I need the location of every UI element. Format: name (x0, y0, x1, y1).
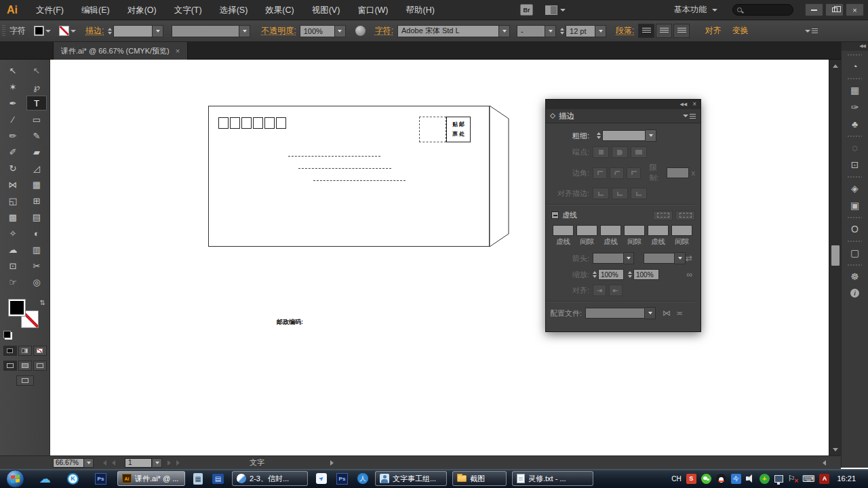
mesh-tool[interactable]: ▩ (3, 209, 23, 224)
link-scales-icon[interactable]: ∞ (686, 270, 692, 279)
rotate-tool[interactable]: ↻ (3, 161, 23, 176)
task-wenzi-group[interactable]: 文字事工组... (375, 471, 447, 486)
font-size-stepper[interactable] (560, 28, 564, 35)
person-app-icon[interactable]: 人 (357, 473, 368, 484)
menu-object[interactable]: 对象(O) (119, 0, 165, 20)
restore-button[interactable] (825, 3, 844, 16)
align-arrow-tip-button[interactable]: ⇥ (593, 285, 606, 296)
postal-box[interactable] (253, 117, 263, 129)
dock-grip[interactable] (848, 176, 862, 178)
dash-value-2[interactable] (600, 225, 621, 236)
control-panel-menu-icon[interactable] (805, 28, 818, 33)
draw-normal-button[interactable] (3, 361, 17, 371)
column-graph-tool[interactable]: ▥ (26, 242, 47, 257)
address-line-3[interactable] (313, 180, 406, 181)
stamp-label-box[interactable]: 贴 邮 票 处 (446, 117, 471, 142)
arrange-documents-icon[interactable] (545, 5, 557, 15)
navigator-icon[interactable]: ☸ (842, 268, 868, 285)
type-tool[interactable]: T (26, 96, 47, 110)
shape-builder-tool[interactable]: ◱ (3, 193, 23, 208)
paragraph-link[interactable]: 段落: (616, 25, 634, 37)
stamp-dashed-box[interactable] (419, 117, 446, 142)
miter-join-button[interactable] (593, 167, 607, 179)
direct-selection-tool[interactable]: ↖ (26, 63, 47, 78)
stroke-weight-arrow-icon[interactable] (153, 25, 163, 37)
stroke-arrow-icon[interactable] (71, 30, 76, 33)
appearance-icon[interactable]: O (842, 220, 868, 237)
round-cap-button[interactable] (612, 146, 628, 158)
artboards-icon[interactable]: ▣ (842, 197, 868, 214)
vertical-scroll-thumb[interactable] (831, 245, 840, 266)
postal-code-boxes[interactable] (218, 117, 286, 129)
scroll-right-icon[interactable] (330, 460, 334, 466)
transform-panel-link[interactable]: 变换 (732, 25, 748, 37)
next-artboard-icon[interactable] (167, 460, 171, 466)
menu-select[interactable]: 选择(S) (211, 0, 257, 20)
volume-icon[interactable] (746, 474, 755, 483)
align-stroke-outside-button[interactable] (631, 188, 647, 199)
k-player-icon[interactable]: K (67, 473, 79, 485)
qq-icon[interactable] (716, 474, 726, 484)
font-size-value[interactable]: 12 pt (566, 25, 595, 37)
first-artboard-icon[interactable] (103, 460, 106, 466)
clock[interactable]: 16:21 (837, 474, 856, 483)
scale-tool[interactable]: ◿ (26, 161, 47, 176)
eraser-tool[interactable]: ▰ (26, 144, 47, 159)
postal-box[interactable] (230, 117, 240, 129)
pen-tool[interactable]: ✒ (3, 96, 23, 110)
language-indicator[interactable]: CH (671, 475, 681, 483)
gap-value-1[interactable] (576, 225, 597, 236)
arrowhead-end-select[interactable] (644, 253, 675, 264)
address-line-1[interactable] (288, 156, 380, 157)
media-player-icon[interactable]: ▤ (212, 474, 224, 484)
projecting-cap-button[interactable] (631, 146, 647, 158)
photoshop-icon-2[interactable]: Ps (336, 473, 348, 485)
align-stroke-inside-button[interactable] (612, 188, 628, 199)
weight-arrow-icon[interactable] (646, 129, 656, 142)
dock-grip[interactable] (848, 241, 862, 242)
zoom-tool[interactable]: ◎ (26, 274, 47, 289)
fill-arrow-icon[interactable] (45, 30, 51, 33)
free-transform-tool[interactable]: ▦ (26, 177, 47, 192)
limit-value[interactable] (667, 167, 688, 178)
zoom-arrow-icon[interactable] (84, 458, 94, 468)
collapse-panel-icon[interactable]: ◀◀ (679, 102, 687, 107)
align-arrow-end-button[interactable]: ⇤ (609, 285, 623, 296)
align-stroke-center-button[interactable] (593, 188, 609, 199)
photoshop-icon[interactable]: Ps (95, 473, 106, 485)
stroke-tab[interactable]: 描边 (559, 111, 574, 121)
artboard-number-value[interactable]: 1 (125, 458, 152, 468)
canvas[interactable]: 贴 邮 票 处 邮政编码: (50, 60, 829, 455)
scale-start-value[interactable]: 100% (598, 269, 624, 280)
flip-along-icon[interactable]: ⋈ (663, 308, 671, 318)
vertical-scrollbar[interactable] (829, 60, 841, 455)
align-dash-button[interactable] (675, 211, 695, 220)
fill-color-swatch[interactable] (34, 26, 44, 36)
profile-arrow-icon[interactable] (645, 307, 656, 319)
bridge-button[interactable]: Br (520, 4, 533, 16)
artboard-frame-icon[interactable]: ▢ (842, 244, 868, 261)
expand-panels-icon[interactable]: ◀◀ (842, 42, 868, 51)
close-panel-icon[interactable]: × (692, 101, 696, 108)
symbol-sprayer-tool[interactable]: ☁ (3, 242, 23, 257)
menu-type[interactable]: 文字(T) (165, 0, 211, 20)
minimize-button[interactable] (805, 3, 823, 16)
bevel-join-button[interactable] (627, 167, 641, 179)
postal-box[interactable] (264, 117, 275, 129)
gap-value-2[interactable] (624, 225, 645, 236)
stroke-panel-titlebar[interactable]: ◀◀ × (546, 100, 701, 109)
menu-edit[interactable]: 编辑(E) (73, 0, 119, 20)
align-center-button[interactable] (656, 24, 672, 38)
color-mode-button[interactable] (3, 346, 17, 356)
pencil-tool[interactable]: ✎ (26, 128, 47, 143)
align-panel-link[interactable]: 对齐 (705, 25, 721, 37)
dock-grip[interactable] (848, 136, 862, 137)
dock-grip[interactable] (848, 217, 862, 218)
symbols-icon[interactable]: ♣ (842, 115, 868, 132)
task-notepad[interactable]: 灵修.txt - ... (512, 471, 593, 486)
control-bar-grip[interactable] (2, 25, 5, 37)
gradient-icon[interactable]: ◔ (842, 58, 868, 75)
workspace-switcher[interactable]: 基本功能 (674, 4, 707, 16)
envelope-flap[interactable] (489, 105, 509, 247)
selection-tool[interactable]: ↖ (3, 63, 23, 78)
